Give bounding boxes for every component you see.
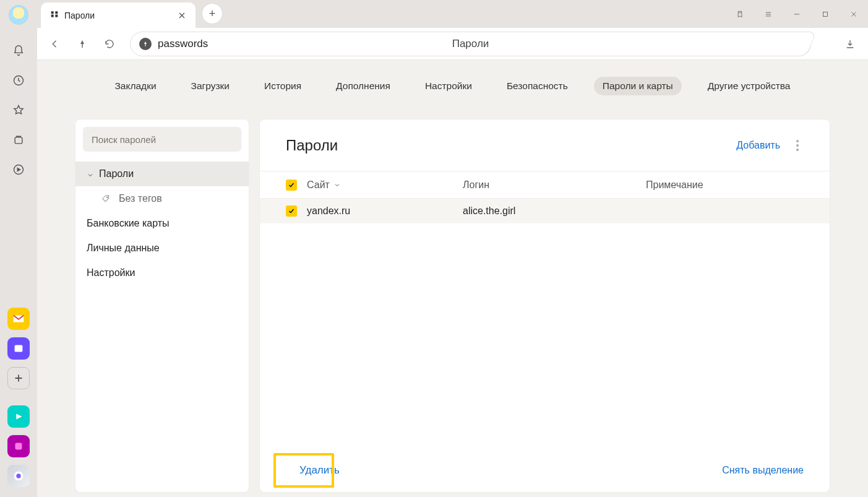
more-menu-button[interactable] (791, 140, 804, 151)
password-categories-panel: Поиск паролей Пароли Без тегов Банковски… (75, 119, 249, 492)
app-add-icon[interactable] (7, 367, 30, 389)
nav-settings[interactable]: Настройки (416, 77, 481, 95)
nav-passwords-cards[interactable]: Пароли и карты (594, 77, 682, 95)
sidebar-item-personal[interactable]: Личные данные (75, 236, 249, 261)
star-icon[interactable] (9, 100, 28, 120)
os-sidebar (0, 0, 37, 497)
select-all-checkbox[interactable] (286, 179, 307, 191)
add-password-button[interactable]: Добавить (736, 140, 780, 151)
nav-history[interactable]: История (256, 77, 310, 95)
sidebar-item-label: Личные данные (87, 243, 160, 254)
window-maximize-button[interactable] (811, 0, 840, 28)
page-content: Закладки Загрузки История Дополнения Нас… (37, 60, 868, 497)
search-passwords-input[interactable]: Поиск паролей (83, 127, 241, 152)
tab-title: Пароли (64, 11, 172, 20)
sidebar-item-label: Без тегов (119, 193, 162, 204)
reload-button[interactable] (103, 37, 116, 51)
play-circle-icon[interactable] (9, 160, 28, 179)
row-login: alice.the.girl (463, 205, 646, 217)
svg-point-6 (16, 473, 20, 478)
nav-downloads[interactable]: Загрузки (183, 77, 238, 95)
svg-rect-1 (15, 137, 22, 144)
yandex-home-button[interactable] (75, 37, 89, 51)
bookmarks-bar-icon[interactable] (726, 0, 754, 28)
passwords-panel: Пароли Добавить Сайт Логин Примечание ya… (260, 119, 830, 492)
collections-icon[interactable] (9, 130, 28, 150)
sidebar-item-passwords[interactable]: Пароли (75, 162, 249, 186)
bookmark-icon[interactable] (788, 37, 802, 51)
column-login: Логин (463, 179, 646, 191)
svg-rect-4 (15, 443, 22, 450)
sidebar-item-settings[interactable]: Настройки (75, 261, 249, 285)
column-note: Примечание (646, 179, 804, 191)
panel-header: Пароли Добавить (260, 119, 830, 171)
search-placeholder: Поиск паролей (92, 134, 156, 145)
window-minimize-button[interactable] (783, 0, 811, 28)
app-mail-icon[interactable] (7, 308, 30, 330)
settings-nav: Закладки Загрузки История Дополнения Нас… (37, 60, 868, 112)
toolbar: passwords Пароли (37, 28, 868, 60)
nav-other-devices[interactable]: Другие устройства (699, 77, 799, 95)
svg-rect-8 (55, 11, 58, 14)
history-icon[interactable] (9, 71, 28, 90)
password-row[interactable]: yandex.ru alice.the.girl (260, 199, 830, 223)
browser-tab[interactable]: Пароли (41, 2, 196, 28)
svg-rect-11 (823, 12, 828, 16)
chevron-down-icon (87, 170, 94, 178)
new-tab-button[interactable]: + (202, 3, 223, 24)
sort-chevron-icon (333, 181, 341, 189)
svg-rect-10 (55, 14, 58, 17)
nav-security[interactable]: Безопасность (498, 77, 577, 95)
sidebar-item-cards[interactable]: Банковские карты (75, 211, 249, 236)
tab-close-button[interactable] (177, 11, 187, 20)
downloads-button[interactable] (843, 37, 857, 51)
app-assistant-icon[interactable] (7, 465, 30, 487)
svg-point-12 (106, 197, 108, 198)
svg-rect-9 (51, 14, 54, 17)
bell-icon[interactable] (9, 41, 28, 61)
address-title: Пароли (452, 38, 489, 50)
column-site[interactable]: Сайт (307, 179, 463, 191)
site-identity-icon (139, 38, 152, 50)
row-checkbox[interactable] (286, 205, 307, 217)
delete-button[interactable]: Удалить (286, 453, 353, 488)
row-site: yandex.ru (307, 205, 463, 217)
table-header: Сайт Логин Примечание (260, 171, 830, 199)
tab-favicon-icon (49, 9, 59, 22)
sidebar-item-no-tags[interactable]: Без тегов (75, 186, 249, 211)
column-site-label: Сайт (307, 179, 330, 191)
tag-icon (101, 194, 110, 203)
app-kinopoisk-icon[interactable] (7, 337, 30, 360)
back-button[interactable] (48, 37, 62, 51)
svg-rect-7 (51, 11, 54, 14)
address-text: passwords (158, 38, 208, 50)
nav-extensions[interactable]: Дополнения (327, 77, 399, 95)
window-close-button[interactable] (840, 0, 868, 28)
nav-bookmarks[interactable]: Закладки (106, 77, 165, 95)
panel-footer: Удалить Снять выделение (260, 449, 830, 492)
address-bar[interactable]: passwords Пароли (130, 32, 811, 56)
avatar[interactable] (9, 5, 28, 25)
menu-icon[interactable] (754, 0, 783, 28)
svg-rect-3 (15, 345, 23, 352)
panel-title: Пароли (286, 137, 338, 154)
sidebar-item-label: Пароли (99, 168, 134, 179)
app-alisa-icon[interactable] (7, 435, 30, 457)
sidebar-item-label: Настройки (87, 267, 135, 279)
sidebar-item-label: Банковские карты (87, 218, 170, 229)
app-music-icon[interactable] (7, 405, 30, 428)
tab-bar: Пароли + (37, 0, 868, 28)
deselect-button[interactable]: Снять выделение (722, 465, 804, 476)
